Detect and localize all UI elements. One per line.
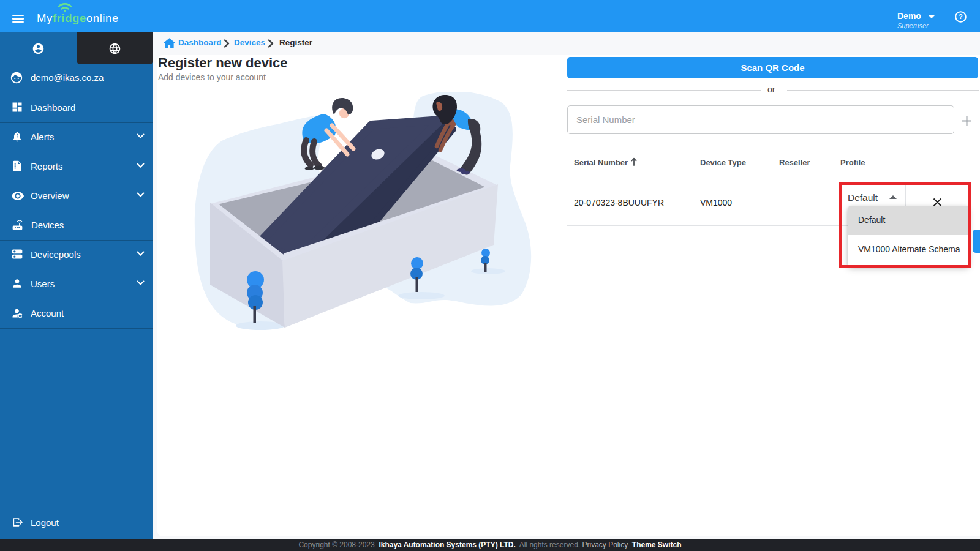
- svg-text:?: ?: [959, 13, 963, 20]
